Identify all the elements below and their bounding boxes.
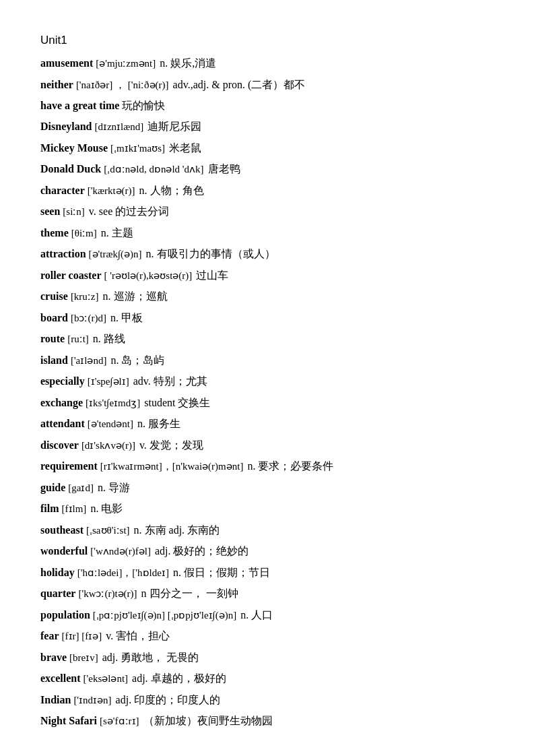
entry-phonetic: [rɪ'kwaɪrmənt]，[n'kwaiə(r)mənt] <box>100 458 244 476</box>
vocabulary-entry: especially[ɪ'spe∫əlɪ]adv.特别；尤其 <box>40 372 494 391</box>
entry-word: discover <box>40 436 79 454</box>
entry-pos: v. <box>89 202 96 220</box>
entry-definition: 巡游；巡航 <box>114 287 168 305</box>
vocabulary-entry: brave[breɪv]adj.勇敢地， 无畏的 <box>40 648 494 667</box>
entry-pos: n. <box>247 457 255 475</box>
vocabulary-entry: Indian['ɪndɪən]adj.印度的；印度人的 <box>40 691 494 710</box>
vocabulary-entry: southeast[ˌsaʊθ'iːst]n.东南 adj. 东南的 <box>40 521 494 540</box>
entry-definition: 电影 <box>101 499 123 517</box>
entry-pos: v. <box>139 436 147 454</box>
entry-definition: 路线 <box>104 329 125 348</box>
entry-word: roller coaster <box>40 266 101 284</box>
entry-word: attraction <box>40 245 86 263</box>
entry-definition: 发觉；发现 <box>149 436 203 454</box>
vocabulary-entry: population[ˌpɑːpjʊ'leɪ∫(ə)n] [ˌpɒpjʊ'leɪ… <box>40 606 494 625</box>
entry-phonetic: [ 'rəʊlə(r),kəʊstə(r)] <box>104 267 192 285</box>
vocabulary-entry: attendant[ə'tendənt]n.服务生 <box>40 414 494 433</box>
entry-word: have a great time <box>40 96 119 115</box>
vocabulary-entry: wonderful['wʌndə(r)fəl]adj.极好的；绝妙的 <box>40 542 494 561</box>
entry-word: amusement <box>40 54 93 72</box>
entry-phonetic: [ˌmɪkɪ'maʊs] <box>110 140 165 158</box>
entry-phonetic: ['aɪlənd] <box>71 352 107 370</box>
vocabulary-entry: quarter['kwɔː(r)tə(r)]n四分之一， 一刻钟 <box>40 584 494 603</box>
entry-pos: n. <box>173 563 181 581</box>
entry-pos: adj. <box>155 542 171 560</box>
entry-word: holiday <box>40 563 75 581</box>
entry-phonetic: [θiːm] <box>71 225 97 243</box>
entry-definition: 服务生 <box>148 414 180 433</box>
vocabulary-entry: Disneyland[dɪznɪlænd]迪斯尼乐园 <box>40 117 494 136</box>
vocabulary-entry: Donald Duck[ˌdɑːnəld, dɒnəld 'dʌk]唐老鸭 <box>40 160 494 179</box>
entry-word: film <box>40 499 59 517</box>
vocabulary-entry: have a great time玩的愉快 <box>40 96 494 115</box>
entry-pos: adj. <box>132 669 148 687</box>
entry-phonetic: [ə'tendənt] <box>88 416 133 433</box>
entry-phonetic: [ˌpɑːpjʊ'leɪ∫(ə)n] [ˌpɒpjʊ'leɪ∫(ə)n] <box>93 607 236 625</box>
entry-pos: n. <box>139 181 147 199</box>
entry-pos: n. <box>137 414 145 433</box>
entry-definition: 娱乐,消遣 <box>170 54 216 72</box>
entry-word: cruise <box>40 287 68 305</box>
entry-pos: n. <box>103 287 111 305</box>
entry-word: guide <box>40 478 65 497</box>
entry-word: Disneyland <box>40 117 92 135</box>
entry-definition: 卓越的，极好的 <box>151 669 226 687</box>
entry-word: population <box>40 606 90 624</box>
entry-phonetic: [ˌsaʊθ'iːst] <box>86 522 130 540</box>
vocabulary-entry: route[ruːt]n.路线 <box>40 329 494 348</box>
entry-phonetic: ['ɪndɪən] <box>73 692 111 710</box>
vocabulary-entry: requirement[rɪ'kwaɪrmənt]，[n'kwaiə(r)mən… <box>40 457 494 476</box>
entry-pos: adj. <box>102 648 119 666</box>
entry-definition: 要求；必要条件 <box>258 457 333 475</box>
entry-definition: 印度的；印度人的 <box>134 691 220 709</box>
entry-word: character <box>40 181 85 199</box>
entry-definition: 有吸引力的事情（或人） <box>157 245 275 263</box>
entry-word: theme <box>40 224 69 242</box>
entry-pos: n <box>141 584 147 602</box>
entry-pos: n. <box>146 245 154 263</box>
vocabulary-entry: cruise[kruːz]n.巡游；巡航 <box>40 287 494 306</box>
entry-phonetic: [ɪ'spe∫əlɪ] <box>88 373 129 391</box>
entry-pos: adv. <box>133 372 151 390</box>
entry-definition: 四分之一， 一刻钟 <box>149 584 238 602</box>
entry-definition: 害怕，担心 <box>116 627 170 645</box>
entry-pos: n. <box>101 224 109 242</box>
entry-word: island <box>40 351 68 369</box>
vocabulary-entry: amusement[ə'mjuːzmənt]n.娱乐,消遣 <box>40 54 494 73</box>
entry-phonetic: [ə'mjuːzmənt] <box>96 55 156 73</box>
entry-word: exchange <box>40 393 83 412</box>
entry-definition: 过山车 <box>196 266 228 284</box>
entry-word: seen <box>40 202 60 220</box>
entry-phonetic: [ˌdɑːnəld, dɒnəld 'dʌk] <box>104 161 203 179</box>
entry-definition: 甲板 <box>121 309 143 327</box>
entry-word: Mickey Mouse <box>40 139 108 157</box>
vocabulary-entry: film[fɪlm]n.电影 <box>40 499 494 518</box>
entry-definition: 米老鼠 <box>169 139 201 157</box>
entry-phonetic: [bɔː(r)d] <box>71 310 106 327</box>
entry-phonetic: [breɪv] <box>69 650 98 667</box>
vocabulary-entry: excellent['eksələnt]adj.卓越的，极好的 <box>40 669 494 688</box>
entry-pos: n. <box>134 521 142 539</box>
entry-pos: n. <box>93 329 101 348</box>
entry-word: Night Safari <box>40 712 97 730</box>
entry-pos: adj. <box>116 691 132 709</box>
entry-phonetic: [ruːt] <box>67 331 89 348</box>
entry-phonetic: [fɪr] [fɪə] <box>62 628 102 645</box>
entry-pos: n. <box>160 54 168 72</box>
entry-definition: 岛；岛屿 <box>121 351 164 369</box>
entry-definition: 东南 adj. 东南的 <box>145 521 220 539</box>
vocabulary-entry: theme[θiːm]n.主题 <box>40 224 494 243</box>
entry-definition: 假日；假期；节日 <box>184 563 270 581</box>
vocabulary-entry: neither['naɪðər] ， ['niːðə(r)]adv.,adj. … <box>40 75 494 94</box>
unit-title: Unit1 <box>40 34 494 47</box>
entry-phonetic: [dɪ'skʌvə(r)] <box>81 437 135 455</box>
entry-word: especially <box>40 372 85 390</box>
entry-word: requirement <box>40 457 98 475</box>
entry-word: neither <box>40 75 73 94</box>
vocabulary-entry: fear[fɪr] [fɪə]v.害怕，担心 <box>40 627 494 645</box>
vocabulary-entry: holiday['hɑːlədei]，['hɒldeɪ]n.假日；假期；节日 <box>40 563 494 582</box>
entry-definition: 玩的愉快 <box>122 96 165 115</box>
entry-phonetic: [fɪlm] <box>62 501 87 518</box>
entry-pos: n. <box>110 351 119 369</box>
entry-pos: n. <box>90 499 98 517</box>
